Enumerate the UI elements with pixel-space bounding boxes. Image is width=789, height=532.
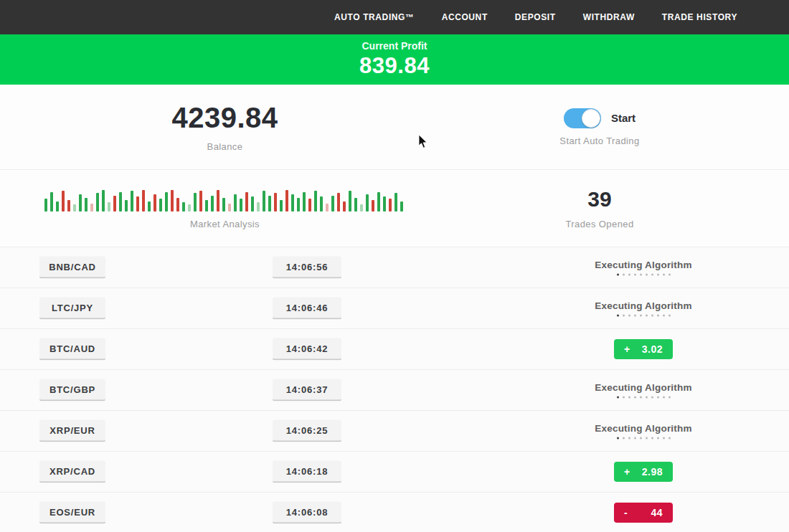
market-bar	[108, 202, 110, 212]
time-badge: 14:06:42	[273, 338, 341, 361]
market-bar	[176, 198, 179, 212]
market-bar	[217, 190, 219, 212]
market-bar	[337, 193, 340, 212]
market-section: Market Analysis 39 Trades Opened	[0, 170, 789, 247]
progress-dots	[557, 396, 729, 399]
balance-value: 4239.84	[171, 102, 278, 134]
nav-item-trade-history[interactable]: TRADE HISTORY	[662, 12, 737, 22]
market-bar	[377, 192, 380, 212]
time-badge: 14:06:25	[273, 420, 341, 442]
market-bar	[303, 192, 306, 212]
market-bar	[245, 192, 248, 212]
executing-label: Executing Algorithm	[557, 423, 729, 434]
market-bar	[85, 198, 88, 212]
market-bar	[171, 190, 174, 212]
market-bar	[366, 194, 369, 212]
pair-badge: BNB/CAD	[39, 257, 105, 279]
nav-menu: AUTO TRADING™ACCOUNTDEPOSITWITHDRAWTRADE…	[307, 12, 737, 22]
market-bar	[251, 196, 254, 212]
executing-label: Executing Algorithm	[557, 300, 729, 311]
time-badge: 14:06:37	[273, 379, 341, 402]
progress-dots	[557, 315, 729, 317]
market-bar	[291, 194, 294, 212]
time-badge: 14:06:08	[273, 502, 341, 524]
time-badge: 14:06:18	[273, 461, 341, 483]
trades-opened-label: Trades Opened	[565, 219, 633, 229]
toggle-label: Start	[611, 112, 636, 124]
market-bar	[131, 191, 133, 212]
toggle-sub-label: Start Auto Trading	[559, 136, 639, 146]
market-bar	[67, 200, 70, 212]
market-bar	[188, 204, 191, 212]
market-bar	[50, 192, 53, 212]
status-cell: +2.98	[557, 462, 729, 482]
progress-dots	[557, 437, 729, 440]
pair-badge: BTC/GBP	[39, 379, 105, 402]
market-bar	[360, 204, 363, 212]
market-bar	[205, 200, 208, 212]
profit-badge: +3.02	[614, 339, 673, 359]
market-bar	[96, 193, 99, 212]
balance-section: 4239.84 Balance Start Start Auto Trading	[0, 85, 789, 170]
status-cell: Executing Algorithm	[557, 300, 729, 317]
market-bar	[194, 193, 197, 212]
current-profit-banner: Current Profit 839.84	[0, 34, 789, 85]
market-bar	[73, 204, 76, 212]
market-bar	[383, 196, 386, 212]
market-bar	[372, 200, 374, 212]
market-bar	[182, 202, 185, 212]
current-profit-value: 839.84	[359, 53, 430, 79]
market-bar	[326, 204, 329, 212]
market-bar	[148, 201, 151, 212]
market-bar	[280, 200, 283, 212]
table-row: EOS/EUR 14:06:08 -44	[0, 493, 789, 532]
market-analysis-chart	[44, 187, 406, 212]
market-bar	[308, 199, 311, 212]
executing-label: Executing Algorithm	[557, 382, 729, 393]
trades-opened-value: 39	[587, 187, 611, 212]
market-bar	[56, 201, 59, 212]
market-bar	[153, 194, 156, 212]
nav-item-withdraw[interactable]: WITHDRAW	[583, 12, 635, 22]
status-cell: +3.02	[557, 339, 729, 359]
table-row: XRP/CAD 14:06:18 +2.98	[0, 452, 789, 493]
market-bar	[62, 191, 65, 212]
market-bar	[165, 192, 168, 212]
status-cell: -44	[557, 503, 729, 523]
market-bar	[257, 202, 260, 212]
status-cell: Executing Algorithm	[557, 260, 729, 276]
pair-badge: EOS/EUR	[39, 502, 105, 524]
nav-item-auto-trading[interactable]: AUTO TRADING™	[334, 12, 415, 22]
trades-table: BNB/CAD 14:06:56 Executing Algorithm LTC…	[0, 247, 789, 532]
market-bar	[159, 199, 162, 212]
auto-trading-toggle[interactable]	[564, 108, 601, 128]
market-bar	[314, 191, 317, 212]
profit-badge: +2.98	[614, 462, 673, 482]
market-bar	[222, 198, 225, 212]
balance-label: Balance	[207, 141, 243, 152]
market-bar	[113, 196, 116, 212]
pair-badge: BTC/AUD	[39, 338, 105, 361]
table-row: BNB/CAD 14:06:56 Executing Algorithm	[0, 247, 789, 288]
status-cell: Executing Algorithm	[557, 382, 729, 399]
market-bar	[349, 191, 351, 212]
market-bar	[44, 199, 47, 212]
market-bar	[119, 192, 122, 212]
market-bar	[268, 196, 271, 212]
market-bar	[240, 199, 242, 212]
pair-badge: XRP/CAD	[39, 461, 105, 483]
nav-item-deposit[interactable]: DEPOSIT	[515, 12, 556, 22]
market-bar	[211, 196, 214, 212]
time-badge: 14:06:46	[273, 298, 341, 320]
market-bar	[228, 204, 231, 212]
nav-item-account[interactable]: ACCOUNT	[442, 12, 488, 22]
market-bar	[90, 204, 93, 212]
market-bar	[274, 193, 277, 212]
executing-label: Executing Algorithm	[557, 260, 729, 270]
market-bar	[285, 190, 288, 212]
table-row: XRP/EUR 14:06:25 Executing Algorithm	[0, 411, 789, 452]
market-bar	[394, 193, 397, 212]
progress-dots	[557, 274, 729, 276]
pair-badge: LTC/JPY	[39, 298, 105, 320]
market-bar	[320, 196, 323, 212]
